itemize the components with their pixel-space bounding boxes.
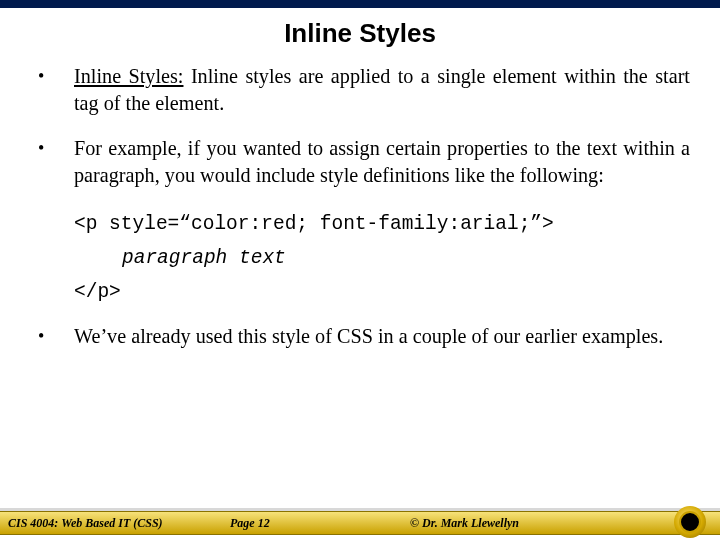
bullet-marker: • — [38, 63, 74, 117]
slide-content: • Inline Styles: Inline styles are appli… — [0, 63, 720, 350]
footer-course: CIS 4004: Web Based IT (CSS) — [0, 516, 230, 531]
bullet-text: We’ve already used this style of CSS in … — [74, 323, 690, 350]
bullet-text: Inline Styles: Inline styles are applied… — [74, 63, 690, 117]
bullet-text: For example, if you wanted to assign cer… — [74, 135, 690, 189]
code-line: <p style=“color:red; font-family:arial;”… — [74, 207, 690, 241]
logo-inner — [679, 511, 701, 533]
bullet-lead-underline: Inline Styles: — [74, 65, 183, 87]
slide-title: Inline Styles — [0, 8, 720, 63]
bullet-item: • Inline Styles: Inline styles are appli… — [38, 63, 690, 117]
bullet-item: • We’ve already used this style of CSS i… — [38, 323, 690, 350]
footer-copyright: © Dr. Mark Llewellyn — [380, 516, 519, 531]
code-example: <p style=“color:red; font-family:arial;”… — [74, 207, 690, 309]
university-logo — [674, 506, 706, 538]
footer-bar: CIS 4004: Web Based IT (CSS) Page 12 © D… — [0, 511, 720, 535]
bullet-marker: • — [38, 323, 74, 350]
slide-footer: CIS 4004: Web Based IT (CSS) Page 12 © D… — [0, 508, 720, 540]
bullet-marker: • — [38, 135, 74, 189]
top-accent-bar — [0, 0, 720, 8]
code-line: paragraph text — [74, 241, 690, 275]
footer-page: Page 12 — [230, 516, 380, 531]
bullet-item: • For example, if you wanted to assign c… — [38, 135, 690, 189]
code-line: </p> — [74, 275, 690, 309]
